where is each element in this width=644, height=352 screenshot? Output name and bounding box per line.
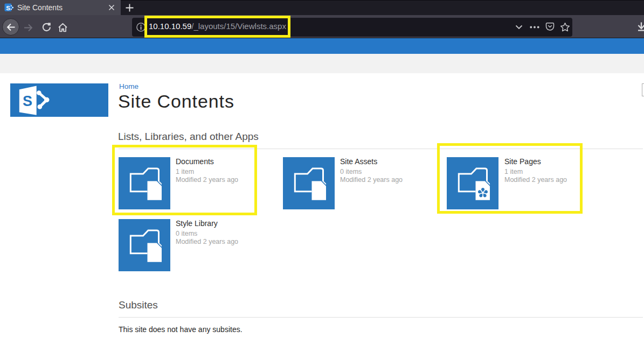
svg-text:S: S [6,5,10,11]
svg-text:S: S [23,93,32,109]
